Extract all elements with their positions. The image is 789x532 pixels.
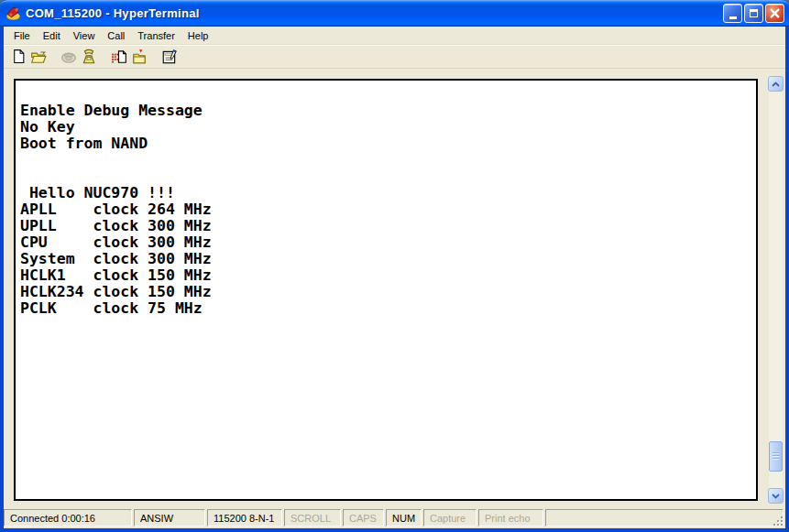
send-button[interactable] — [109, 47, 129, 67]
status-print-echo: Print echo — [478, 509, 543, 527]
maximize-icon — [750, 9, 758, 17]
hyperterminal-window: COM_115200 - HyperTerminal File Edit Vie… — [0, 0, 789, 532]
window-title: COM_115200 - HyperTerminal — [26, 6, 723, 20]
call-button — [59, 47, 79, 67]
scroll-thumb[interactable] — [769, 441, 783, 472]
properties-button[interactable] — [159, 47, 180, 67]
hang-up-phone-icon — [81, 49, 97, 65]
hang-up-button[interactable] — [79, 47, 99, 67]
scroll-thumb-grip-icon — [773, 452, 779, 461]
scroll-track[interactable] — [769, 92, 783, 488]
chevron-up-icon — [772, 81, 780, 87]
scroll-down-button[interactable] — [768, 488, 784, 504]
menu-transfer[interactable]: Transfer — [131, 27, 181, 44]
menu-bar: File Edit View Call Transfer Help — [4, 27, 785, 45]
status-bar: Connected 0:00:16 ANSIW 115200 8-N-1 SCR… — [4, 507, 785, 528]
titlebar[interactable]: COM_115200 - HyperTerminal — [0, 0, 789, 27]
chevron-down-icon — [772, 494, 780, 499]
open-button[interactable] — [28, 47, 49, 67]
status-spacer — [545, 509, 784, 527]
status-capture: Capture — [423, 509, 477, 527]
menu-call[interactable]: Call — [101, 27, 131, 44]
terminal-output: Enable Debug Message No Key Boot from NA… — [16, 81, 756, 317]
status-caps-lock: CAPS — [343, 509, 384, 527]
menu-edit[interactable]: Edit — [37, 27, 67, 44]
terminal-viewport[interactable]: Enable Debug Message No Key Boot from NA… — [14, 79, 758, 501]
client-area: Enable Debug Message No Key Boot from NA… — [4, 69, 785, 507]
properties-icon — [161, 49, 178, 65]
open-folder-icon — [30, 49, 47, 65]
menu-view[interactable]: View — [67, 27, 102, 44]
call-phone-icon — [60, 49, 77, 65]
close-icon — [770, 8, 780, 18]
minimize-button[interactable] — [723, 4, 742, 23]
menu-file[interactable]: File — [7, 27, 37, 44]
status-port-settings: 115200 8-N-1 — [207, 509, 282, 527]
receive-folder-icon — [131, 49, 148, 65]
status-num-lock: NUM — [386, 509, 422, 527]
status-scroll-lock: SCROLL — [284, 509, 341, 527]
resize-grip[interactable] — [772, 515, 783, 526]
maximize-button[interactable] — [744, 4, 763, 23]
vertical-scrollbar[interactable] — [768, 76, 784, 504]
close-button[interactable] — [765, 4, 784, 23]
menu-help[interactable]: Help — [181, 27, 215, 44]
scroll-up-button[interactable] — [768, 76, 784, 92]
toolbar — [4, 45, 785, 69]
new-document-icon — [11, 49, 27, 64]
status-connection: Connected 0:00:16 — [4, 509, 132, 527]
hyperterminal-app-icon — [5, 5, 21, 21]
minimize-icon — [729, 16, 737, 19]
new-button[interactable] — [8, 47, 28, 67]
receive-button[interactable] — [129, 47, 149, 67]
send-file-icon — [111, 49, 127, 65]
status-emulation: ANSIW — [134, 509, 205, 527]
